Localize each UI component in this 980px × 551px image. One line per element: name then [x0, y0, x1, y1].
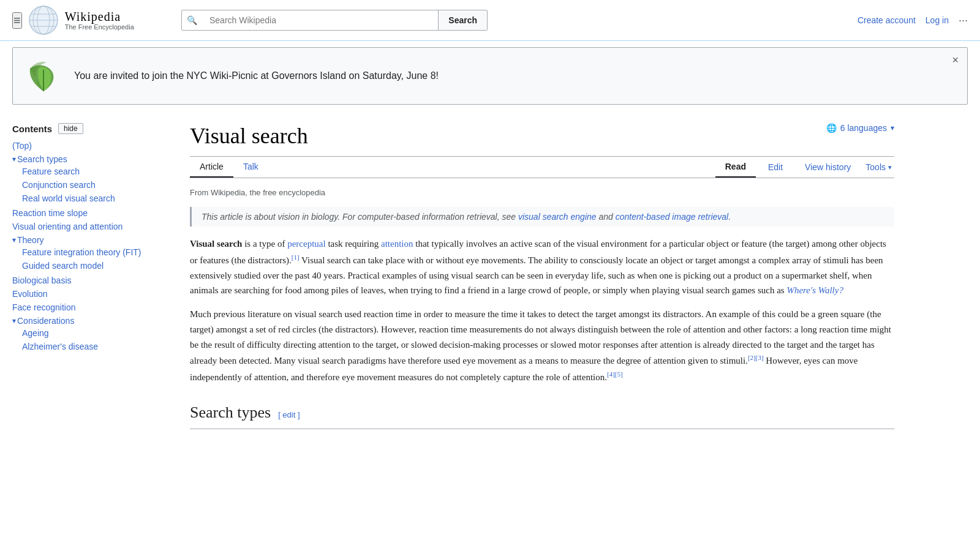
toc-collapse-theory[interactable]: ▾ — [12, 236, 16, 244]
tab-read[interactable]: Read — [715, 157, 756, 178]
tools-dropdown[interactable]: Tools ▾ — [863, 157, 894, 177]
toc-link-conjunction-search[interactable]: Conjunction search — [22, 179, 165, 190]
toc-link-theory[interactable]: Theory — [17, 234, 165, 246]
article: Visual search 🌐 6 languages ▾ Article Ta… — [172, 111, 907, 459]
search-button[interactable]: Search — [438, 10, 487, 30]
banner-message: You are invited to join the NYC Wiki-Pic… — [74, 70, 439, 81]
tab-right: Read Edit View history Tools ▾ — [715, 157, 894, 178]
toc-link-real-world[interactable]: Real world visual search — [22, 193, 165, 204]
toc-item-feature-search: Feature search — [22, 165, 165, 178]
ref-1-link[interactable]: [1] — [292, 253, 300, 261]
toc-collapse-search-types[interactable]: ▾ — [12, 155, 16, 163]
article-paragraph-1: Visual search is a type of perceptual ta… — [190, 236, 894, 298]
toc-item-top: (Top) — [12, 139, 165, 152]
header-left: ≡ Wikipedia The Free Encyclopedia — [12, 5, 172, 36]
toc-item-biological: Biological basis — [12, 274, 165, 287]
ref-2-link[interactable]: [2] — [748, 354, 756, 361]
ref-1: [1] — [292, 253, 300, 261]
ref-4-link[interactable]: [4] — [607, 370, 615, 378]
wiki-subtitle: The Free Encyclopedia — [65, 23, 134, 31]
section-edit-link[interactable]: [ edit ] — [278, 408, 300, 421]
toc-link-reaction-time[interactable]: Reaction time slope — [12, 208, 165, 219]
toc-item-real-world: Real world visual search — [22, 192, 165, 205]
toc-header: Contents hide — [12, 123, 165, 134]
toc-item-visual-orienting: Visual orienting and attention — [12, 220, 165, 233]
leaf-icon — [25, 58, 62, 94]
toc-list: (Top) ▾ Search types Feature search Conj… — [12, 139, 165, 354]
ref-4-5: [4][5] — [607, 370, 623, 378]
toc-item-theory: ▾ Theory Feature integration theory (FIT… — [12, 233, 165, 274]
link-perceptual[interactable]: perceptual — [287, 239, 325, 249]
tab-edit[interactable]: Edit — [758, 157, 793, 177]
header-right: Create account Log in ··· — [858, 14, 968, 27]
main-layout: Contents hide (Top) ▾ Search types Featu… — [0, 111, 956, 459]
toc-link-fit[interactable]: Feature integration theory (FIT) — [22, 247, 165, 258]
tab-view-history[interactable]: View history — [795, 157, 861, 177]
toc-link-search-types[interactable]: Search types — [17, 154, 165, 165]
article-paragraph-2: Much previous literature on visual searc… — [190, 307, 894, 385]
toc-link-face-recognition[interactable]: Face recognition — [12, 302, 165, 313]
wheres-wally-link[interactable]: Where's Wally? — [786, 285, 843, 295]
wikipedia-wordmark: Wikipedia The Free Encyclopedia — [65, 10, 134, 31]
toc-link-considerations[interactable]: Considerations — [17, 315, 165, 326]
toc-link-evolution[interactable]: Evolution — [12, 288, 165, 299]
from-wikipedia-text: From Wikipedia, the free encyclopedia — [190, 188, 894, 197]
wikipedia-logo[interactable] — [28, 5, 59, 36]
link-attention[interactable]: attention — [381, 239, 413, 249]
ref-3-link[interactable]: [3] — [756, 354, 764, 361]
toc-link-guided-search[interactable]: Guided search model — [22, 260, 165, 271]
toc-sublist-theory: Feature integration theory (FIT) Guided … — [12, 246, 165, 272]
toc-item-fit: Feature integration theory (FIT) — [22, 246, 165, 259]
header: ≡ Wikipedia The Free Encyclopedia 🔍 Sear… — [0, 0, 980, 41]
article-title-row: Visual search 🌐 6 languages ▾ — [190, 123, 894, 157]
toc-link-feature-search[interactable]: Feature search — [22, 166, 165, 177]
language-icon: 🌐 — [826, 123, 837, 133]
search-bar: 🔍 Search — [181, 10, 488, 31]
toc-sublist-considerations: Ageing Alzheimer's disease — [12, 326, 165, 353]
login-link[interactable]: Log in — [925, 15, 949, 25]
toc-sublist-search-types: Feature search Conjunction search Real w… — [12, 165, 165, 205]
toc-link-alzheimers[interactable]: Alzheimer's disease — [22, 341, 165, 352]
toc-item-alzheimers: Alzheimer's disease — [22, 340, 165, 353]
hamburger-menu-button[interactable]: ≡ — [12, 12, 22, 29]
search-input[interactable] — [202, 10, 438, 30]
banner: You are invited to join the NYC Wiki-Pic… — [12, 47, 968, 105]
article-title: Visual search — [190, 123, 308, 149]
toc-collapse-considerations[interactable]: ▾ — [12, 317, 16, 325]
table-of-contents: Contents hide (Top) ▾ Search types Featu… — [12, 111, 172, 459]
article-body: Visual search is a type of perceptual ta… — [190, 236, 894, 429]
tab-article[interactable]: Article — [190, 157, 233, 178]
toc-item-conjunction-search: Conjunction search — [22, 178, 165, 192]
toc-hide-button[interactable]: hide — [58, 123, 83, 134]
create-account-link[interactable]: Create account — [858, 15, 916, 25]
toc-item-evolution: Evolution — [12, 287, 165, 301]
hatnote: This article is about vision in biology.… — [190, 207, 894, 227]
toc-item-considerations: ▾ Considerations Ageing Alzheimer's dise… — [12, 314, 165, 354]
toc-item-guided-search: Guided search model — [22, 259, 165, 272]
chevron-down-icon: ▾ — [891, 124, 894, 132]
toc-item-search-types: ▾ Search types Feature search Conjunctio… — [12, 152, 165, 206]
toc-title: Contents — [12, 124, 52, 134]
ref-5-link[interactable]: [5] — [615, 370, 623, 378]
toc-link-visual-orienting[interactable]: Visual orienting and attention — [12, 221, 165, 232]
toc-item-face-recognition: Face recognition — [12, 301, 165, 314]
toc-link-top[interactable]: (Top) — [12, 140, 165, 151]
toc-link-ageing[interactable]: Ageing — [22, 328, 165, 339]
hatnote-link-visual-search-engine[interactable]: visual search engine — [518, 212, 597, 222]
section-search-types-header: Search types [ edit ] — [190, 400, 894, 429]
search-icon: 🔍 — [182, 15, 202, 26]
toc-item-reaction-time: Reaction time slope — [12, 206, 165, 220]
section-title: Search types — [190, 400, 271, 426]
language-bar[interactable]: 🌐 6 languages ▾ — [826, 123, 894, 133]
language-count-link[interactable]: 6 languages — [840, 123, 887, 133]
more-options-icon[interactable]: ··· — [959, 14, 968, 27]
banner-close-button[interactable]: × — [952, 54, 959, 67]
hatnote-link-cbir[interactable]: content-based image retrieval — [616, 212, 728, 222]
tab-talk[interactable]: Talk — [233, 157, 268, 178]
toc-link-biological[interactable]: Biological basis — [12, 275, 165, 286]
visual-search-term: Visual search — [190, 239, 242, 249]
hatnote-text: This article is about vision in biology.… — [202, 212, 731, 222]
globe-icon — [28, 5, 59, 36]
banner-logo — [25, 58, 62, 94]
ref-2-3: [2][3] — [748, 354, 764, 361]
